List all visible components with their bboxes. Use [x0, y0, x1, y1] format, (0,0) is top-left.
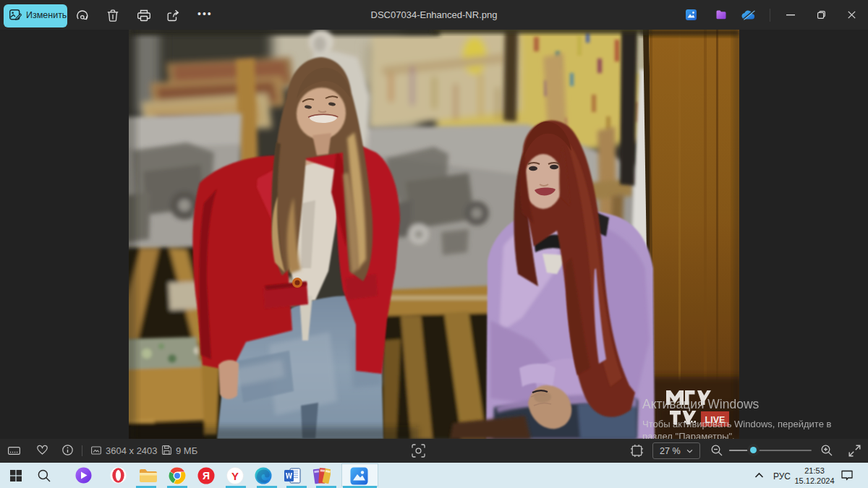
svg-text:Я: Я — [203, 470, 210, 481]
svg-text:Y: Y — [231, 470, 239, 482]
